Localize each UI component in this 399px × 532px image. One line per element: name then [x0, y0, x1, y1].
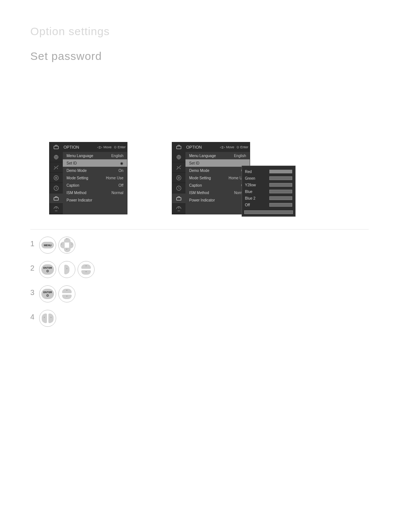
- submenu-bar: [269, 190, 292, 193]
- submenu-row[interactable]: Green: [244, 175, 293, 182]
- step-number: 1: [30, 237, 35, 251]
- side-tab-option[interactable]: [172, 193, 185, 204]
- menu-label: Caption: [66, 183, 79, 187]
- menu-label: Demo Mode: [66, 169, 86, 173]
- side-tab-lock[interactable]: [172, 183, 185, 193]
- enter-dot-icon: ⊙: [43, 294, 52, 297]
- chevron-up-icon: ˄: [62, 289, 72, 293]
- menu-label: Set ID: [66, 161, 77, 165]
- submenu-label: Blue: [245, 190, 252, 194]
- enter-button[interactable]: ENTER ⊙: [39, 261, 56, 278]
- enter-button[interactable]: ENTER ⊙: [39, 285, 56, 302]
- svg-rect-5: [54, 197, 58, 200]
- dpad-down-icon: ˅: [64, 248, 71, 252]
- menu-value: English: [111, 154, 123, 158]
- menu-row[interactable]: Caption Off: [63, 182, 127, 189]
- right-button[interactable]: ˃: [58, 261, 75, 278]
- menu-row[interactable]: Demo Mode On: [63, 167, 127, 174]
- menu-row[interactable]: Menu LanguageEnglish: [185, 152, 250, 159]
- menu-label: Mode Setting: [66, 176, 88, 180]
- osd-panel-2: OPTION ◁▷ Move ⊙ Enter Menu LanguageEngl…: [172, 142, 250, 214]
- page-subtitle: Set password: [30, 50, 102, 62]
- menu-list: Menu Language English Set ID ◉ Demo Mode…: [63, 152, 127, 214]
- side-tab-network[interactable]: [50, 204, 63, 214]
- step-3: 3 ENTER ⊙ ˄ ˅ Select the desired option.: [30, 285, 369, 302]
- side-tab-network[interactable]: [172, 204, 185, 214]
- briefcase-icon: [51, 142, 61, 152]
- svg-point-8: [177, 176, 181, 180]
- submenu-popup: Red Green Y2llow Blue Blue 2 Off: [242, 166, 296, 217]
- menu-row-selected[interactable]: Set ID: [185, 159, 250, 167]
- enter-hint: ⊙ Enter: [236, 145, 248, 149]
- menu-row[interactable]: Mode SettingHome Use: [185, 174, 250, 182]
- menu-row[interactable]: Menu Language English: [63, 152, 127, 159]
- enter-button-label: ENTER: [43, 291, 52, 294]
- osd-header-title: OPTION: [61, 145, 97, 149]
- menu-label: Power Indicator: [66, 198, 92, 202]
- step-text: Select the desired option.: [79, 285, 369, 299]
- submenu-row[interactable]: Blue 2: [244, 195, 293, 201]
- side-tab-audio[interactable]: [172, 162, 185, 173]
- menu-button-label: MENU: [41, 242, 54, 248]
- submenu-row[interactable]: Red: [244, 168, 293, 175]
- step-number: 3: [30, 285, 35, 299]
- menu-value: On: [119, 169, 123, 173]
- step-number: 4: [30, 310, 35, 324]
- menu-row[interactable]: CaptionOff: [185, 182, 250, 189]
- submenu-row[interactable]: Blue: [244, 188, 293, 195]
- step-2: 2 ENTER ⊙ ˃ ˄ ˅ Select Set passwor: [30, 261, 369, 278]
- chevron-down-icon: ˅: [81, 270, 91, 275]
- svg-point-3: [55, 177, 57, 179]
- menu-label: Menu Language: [66, 154, 93, 158]
- menu-button[interactable]: MENU: [39, 237, 56, 254]
- menu-row[interactable]: Demo ModeOn: [185, 167, 250, 174]
- side-tab-audio[interactable]: [50, 162, 63, 173]
- dpad-button[interactable]: ˄ ˅ ˂ ˃: [58, 237, 75, 254]
- menu-value: English: [234, 154, 246, 158]
- side-tab-option[interactable]: [50, 193, 63, 204]
- submenu-label: Red: [245, 170, 252, 174]
- side-tab-time[interactable]: [172, 173, 185, 183]
- osd-header-title: OPTION: [184, 145, 220, 149]
- menu-row[interactable]: Mode Setting Home Use: [63, 174, 127, 182]
- chevron-left-icon: ˂: [42, 314, 47, 323]
- updown-button[interactable]: ˄ ˅: [58, 285, 75, 302]
- menu-row-selected[interactable]: Set ID ◉: [63, 159, 127, 167]
- menu-label: ISM Method: [189, 191, 209, 195]
- menu-label: Caption: [189, 183, 202, 187]
- step-4: 4 ˂ ˃ Make the appropriate adjustments.: [30, 310, 369, 327]
- side-tab-picture[interactable]: [50, 152, 63, 162]
- menu-label: Set ID: [189, 161, 200, 165]
- step-icons: MENU ˄ ˅ ˂ ˃: [39, 237, 75, 254]
- dpad-right-icon: ˃: [69, 242, 74, 248]
- side-tab-time[interactable]: [50, 173, 63, 183]
- menu-value: Off: [119, 183, 123, 187]
- submenu-bar: [269, 196, 292, 200]
- menu-label: Power Indicator: [189, 198, 215, 202]
- page-title: Option settings: [30, 25, 110, 38]
- submenu-bar: [269, 170, 292, 173]
- submenu-label: Y2llow: [245, 183, 256, 187]
- submenu-bar: [269, 183, 292, 187]
- osd-nav-hints: ◁▷ Move ⊙ Enter: [97, 145, 127, 149]
- enter-dot-icon: ⊙: [43, 270, 52, 273]
- updown-button[interactable]: ˄ ˅: [78, 261, 95, 278]
- chevron-right-icon: ˃: [48, 314, 54, 323]
- menu-row[interactable]: Power Indicator: [63, 196, 127, 204]
- side-tab-picture[interactable]: [172, 152, 185, 162]
- submenu-label: Green: [245, 176, 255, 180]
- dpad-left-icon: ˂: [60, 242, 65, 248]
- menu-row[interactable]: Power Indicator: [185, 196, 250, 204]
- submenu-bar: [269, 203, 292, 207]
- menu-row[interactable]: ISM Method Normal: [63, 189, 127, 196]
- menu-row[interactable]: ISM MethodNormal: [185, 189, 250, 196]
- menu-label: ISM Method: [66, 191, 86, 195]
- submenu-row[interactable]: Off: [244, 201, 293, 208]
- osd-header: OPTION ◁▷ Move ⊙ Enter: [172, 142, 250, 152]
- side-tab-lock[interactable]: [50, 183, 63, 193]
- leftright-button[interactable]: ˂ ˃: [39, 310, 56, 327]
- side-tabs: [172, 152, 185, 214]
- osd-body: Menu Language English Set ID ◉ Demo Mode…: [50, 152, 127, 214]
- side-tabs: [50, 152, 63, 214]
- submenu-row[interactable]: Y2llow: [244, 182, 293, 188]
